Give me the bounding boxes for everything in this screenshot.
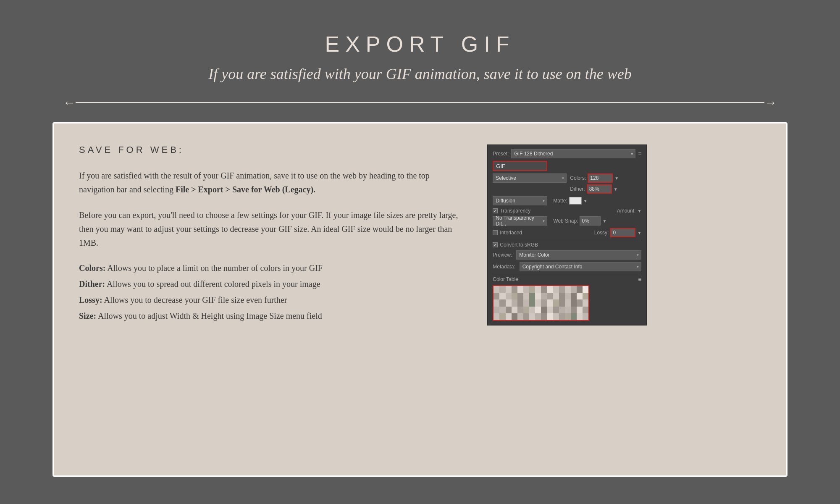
color-cell [512, 313, 517, 320]
color-cell [553, 293, 559, 299]
color-cell [494, 299, 499, 306]
bullet-colors: Colors: Allows you to place a limit on t… [79, 262, 462, 274]
no-transparency-dropdown[interactable]: No Transparency Dit... [493, 216, 547, 226]
color-cell [565, 299, 571, 306]
preview-value: Monitor Color [519, 252, 549, 258]
text-section: SAVE FOR WEB: If you are satisfied with … [79, 144, 462, 454]
color-cell [529, 307, 535, 313]
colors-row: Colors: 128 ▼ [570, 173, 641, 183]
color-cell [499, 299, 505, 306]
color-cell [523, 293, 529, 299]
web-snap-value[interactable]: 0% [580, 216, 601, 226]
color-cell [583, 293, 588, 299]
color-cell [583, 313, 588, 320]
section-heading: SAVE FOR WEB: [79, 144, 462, 155]
divider-1 [493, 240, 641, 240]
color-cell [553, 307, 559, 313]
color-cell [517, 293, 523, 299]
interlaced-checkbox[interactable] [493, 230, 498, 235]
matte-color-box [569, 197, 582, 205]
color-cell [547, 307, 553, 313]
color-cell [506, 286, 512, 293]
color-cell [523, 307, 529, 313]
transparency-checkbox-row: ✓ Transparency [493, 208, 530, 214]
preset-row: Preset: GIF 128 Dithered ≡ [493, 149, 641, 158]
color-cell [512, 299, 517, 306]
arrow-left-icon: ← [63, 95, 76, 110]
outer-container: EXPORT GIF If you are satisfied with you… [21, 15, 819, 489]
right-settings: Colors: 128 ▼ Dither: 88% ▼ [570, 173, 641, 194]
color-cell [506, 299, 512, 306]
matte-arrow: ▼ [583, 199, 588, 203]
ps-panel: Preset: GIF 128 Dithered ≡ [487, 144, 647, 326]
bullet-size-bold: Size: [79, 311, 96, 320]
amount-label: Amount: [617, 208, 636, 214]
color-table [493, 285, 589, 321]
color-cell [565, 313, 571, 320]
color-cell [553, 286, 559, 293]
color-cell [512, 293, 517, 299]
bullet-dither-text: Allows you to spread out different color… [107, 279, 320, 289]
arrow-line [76, 102, 764, 103]
subtitle: If you are satisfied with your GIF anima… [208, 65, 632, 83]
color-cell [541, 293, 547, 299]
color-cell [565, 307, 571, 313]
color-cell [523, 299, 529, 306]
color-cell [506, 313, 512, 320]
lossy-value[interactable]: 0 [610, 228, 635, 237]
panel-menu-icon: ≡ [638, 150, 641, 157]
color-cell [559, 307, 565, 313]
color-cell [499, 307, 505, 313]
diffusion-dropdown[interactable]: Diffusion [493, 196, 547, 205]
color-cell [506, 307, 512, 313]
preset-dropdown[interactable]: GIF 128 Dithered [511, 149, 635, 158]
web-snap-row: Web Snap: 0% ▼ [553, 216, 606, 226]
bullet-lossy-text: Allows you to decrease your GIF file siz… [104, 295, 287, 304]
color-cell [499, 286, 505, 293]
transparency-row: ✓ Transparency Amount: ▼ [493, 208, 641, 214]
color-cell [529, 313, 535, 320]
color-cell [529, 293, 535, 299]
paragraph-1: If you are satisfied with the result of … [79, 169, 462, 197]
panel-section: Preset: GIF 128 Dithered ≡ [487, 144, 761, 454]
color-table-menu-icon: ≡ [638, 276, 641, 283]
bullet-lossy-bold: Lossy: [79, 295, 102, 304]
dither-value[interactable]: 88% [587, 184, 612, 194]
bullet-dither-bold: Dither: [79, 279, 105, 289]
metadata-value: Copyright and Contact Info [522, 264, 583, 270]
color-cell [547, 313, 553, 320]
color-cell [541, 307, 547, 313]
colors-label: Colors: [570, 175, 586, 181]
color-cell [494, 293, 499, 299]
color-cell [571, 293, 577, 299]
preview-dropdown[interactable]: Monitor Color [516, 250, 641, 260]
color-cell [571, 299, 577, 306]
main-card: SAVE FOR WEB: If you are satisfied with … [52, 122, 788, 477]
color-cell [547, 286, 553, 293]
arrow-container: ← → [63, 95, 777, 110]
dither-row: Dither: 88% ▼ [570, 184, 641, 194]
color-cell [577, 286, 583, 293]
metadata-label: Metadata: [493, 264, 515, 270]
color-cell [553, 313, 559, 320]
color-cell [571, 313, 577, 320]
selective-dropdown[interactable]: Selective [493, 173, 567, 183]
diffusion-row: Diffusion Matte: ▼ [493, 196, 641, 205]
color-cell [523, 313, 529, 320]
no-transparency-label: No Transparency Dit... [496, 215, 538, 227]
convert-srgb-checkbox[interactable]: ✓ [493, 242, 498, 247]
matte-row: Matte: ▼ [553, 197, 587, 205]
color-table-label: Color Table [493, 276, 518, 282]
dither-label: Dither: [570, 186, 585, 192]
format-input[interactable] [493, 161, 547, 171]
web-snap-label: Web Snap: [553, 218, 578, 224]
color-cell [517, 286, 523, 293]
transparency-checkbox[interactable]: ✓ [493, 208, 498, 213]
color-cell [583, 286, 588, 293]
metadata-dropdown[interactable]: Copyright and Contact Info [520, 262, 642, 271]
color-cell [541, 313, 547, 320]
paragraph-2: Before you can export, you'll need to ch… [79, 208, 462, 250]
color-cell [499, 313, 505, 320]
color-cell [559, 293, 565, 299]
colors-value[interactable]: 128 [588, 173, 613, 183]
